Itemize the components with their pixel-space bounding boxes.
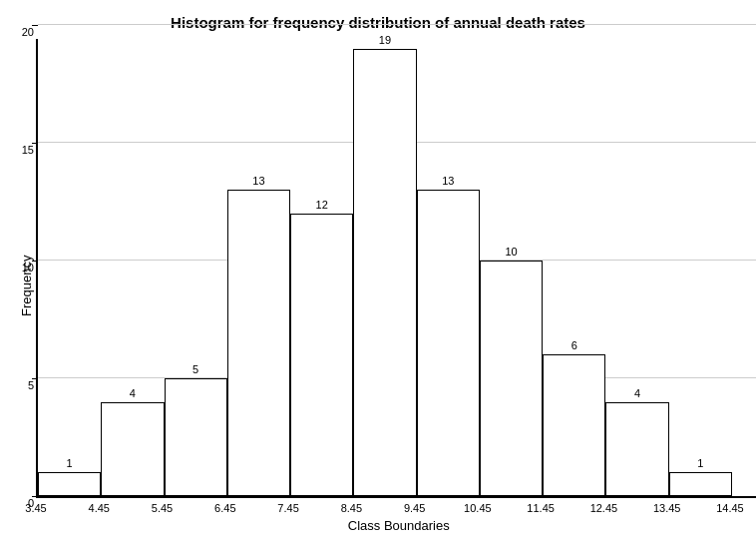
chart-container: Histogram for frequency distribution of …	[19, 14, 737, 533]
bar: 13	[227, 190, 290, 496]
bar: 13	[417, 190, 480, 496]
x-axis-label: 5.45	[131, 502, 193, 514]
bar: 6	[543, 354, 605, 496]
bar-label: 4	[102, 387, 163, 399]
x-axis-label: 6.45	[193, 502, 256, 514]
plot-area: 051015201451312191310641	[36, 39, 756, 498]
bar: 4	[605, 402, 668, 496]
bar: 10	[480, 261, 543, 496]
chart-body: Frequency 051015201451312191310641 3.454…	[19, 39, 737, 533]
bar-label: 1	[39, 457, 100, 469]
x-axis-label: 8.45	[320, 502, 383, 514]
bar-label: 13	[228, 175, 289, 187]
y-tick-label: 0	[10, 497, 34, 509]
bar-label: 10	[481, 246, 542, 258]
bar-label: 6	[544, 339, 604, 351]
bar: 5	[165, 378, 227, 496]
x-axis-label: 10.45	[446, 502, 509, 514]
bar: 1	[669, 472, 732, 496]
y-axis-label: Frequency	[19, 39, 34, 533]
x-axis-label: 7.45	[256, 502, 319, 514]
bar: 4	[101, 402, 164, 496]
bar-label: 4	[606, 387, 667, 399]
bar-label: 13	[418, 175, 479, 187]
x-axis-label: 11.45	[510, 502, 572, 514]
bar-label: 1	[670, 457, 731, 469]
x-axis-label: 14.45	[698, 502, 756, 514]
x-axis-title: Class Boundaries	[36, 518, 756, 533]
y-tick-label: 10	[10, 262, 34, 274]
bar-label: 12	[291, 199, 352, 211]
x-axis-label: 12.45	[572, 502, 635, 514]
bar: 1	[38, 472, 101, 496]
bar-label: 19	[354, 34, 415, 46]
y-tick-label: 5	[10, 379, 34, 391]
x-axis-label: 13.45	[635, 502, 698, 514]
bar: 12	[290, 214, 353, 496]
x-axis-labels: 3.454.455.456.457.458.459.4510.4511.4512…	[36, 498, 756, 514]
chart-inner: 051015201451312191310641 3.454.455.456.4…	[36, 39, 756, 533]
x-axis-label: 9.45	[383, 502, 446, 514]
bar-label: 5	[166, 363, 226, 375]
x-axis-label: 4.45	[68, 502, 131, 514]
y-tick-label: 20	[10, 26, 34, 38]
chart-title: Histogram for frequency distribution of …	[171, 14, 585, 31]
bar: 19	[353, 49, 416, 496]
y-tick-label: 15	[10, 144, 34, 156]
